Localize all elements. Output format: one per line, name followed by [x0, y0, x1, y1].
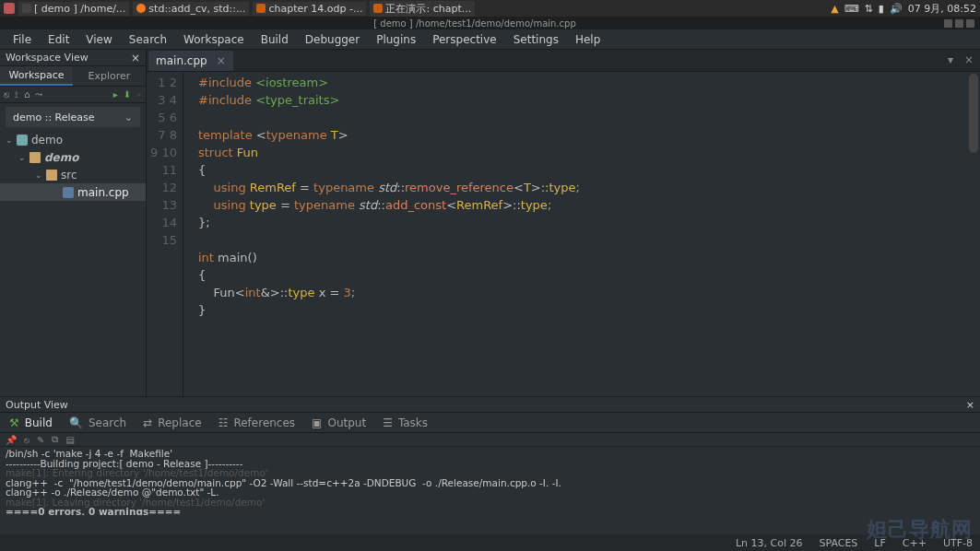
app-menu-icon[interactable] — [4, 3, 15, 14]
window-maximize[interactable] — [955, 19, 963, 28]
status-cursor-pos[interactable]: Ln 13, Col 26 — [736, 537, 803, 549]
code-editor[interactable]: 1 2 3 4 5 6 7 8 9 10 11 12 13 14 15 #inc… — [147, 72, 980, 396]
tool-build-icon[interactable]: ▸ — [113, 89, 118, 100]
tool-home-icon[interactable]: ⌂ — [24, 89, 30, 100]
tree-workspace[interactable]: ⌄demo — [0, 131, 146, 148]
menu-search[interactable]: Search — [122, 31, 174, 48]
window-close[interactable] — [966, 19, 974, 28]
search-icon: 🔍 — [69, 416, 83, 429]
tray-warning-icon[interactable]: ▲ — [831, 3, 838, 15]
tasks-icon: ☰ — [383, 416, 393, 429]
editor-tab-main[interactable]: main.cpp × — [148, 51, 233, 71]
menu-file[interactable]: File — [6, 31, 39, 48]
tree-project[interactable]: ⌄demo — [0, 148, 146, 166]
tree-folder-src[interactable]: ⌄src — [0, 166, 146, 183]
status-eol[interactable]: LF — [874, 537, 885, 549]
output-tab-search[interactable]: 🔍Search — [69, 416, 126, 429]
tool-goto-icon[interactable]: ⤳ — [35, 89, 42, 100]
window-minimize[interactable] — [944, 19, 952, 28]
menu-help[interactable]: Help — [568, 31, 608, 48]
output-tab-output[interactable]: ▣Output — [312, 416, 366, 429]
taskbar-item-1[interactable]: std::add_cv, std::... — [133, 2, 249, 16]
menu-workspace[interactable]: Workspace — [176, 31, 252, 48]
tray-clock[interactable]: 07 9月, 08:52 — [908, 2, 976, 16]
menu-plugins[interactable]: Plugins — [369, 31, 423, 48]
output-tab-build[interactable]: ⚒Build — [9, 416, 53, 429]
taskbar-item-2[interactable]: chapter 14.odp -... — [253, 2, 366, 16]
tray-network-icon[interactable]: ⇅ — [865, 3, 873, 15]
statusbar: Ln 13, Col 26 SPACES LF C++ UTF-8 — [0, 534, 980, 551]
output-title-label: Output View — [6, 399, 68, 411]
tray-keyboard-icon[interactable]: ⌨ — [844, 3, 859, 15]
editor-tab-close-icon[interactable]: × — [217, 54, 226, 67]
output-panel: Output View × ⚒Build 🔍Search ⇄Replace ☷R… — [0, 396, 980, 515]
menu-perspective[interactable]: Perspective — [425, 31, 504, 48]
code-text[interactable]: #include <iostream> #include <type_trait… — [195, 72, 980, 396]
fold-column[interactable] — [183, 72, 195, 396]
workspace-view-panel: Workspace View × Workspace Explorer ⎋ ⟟ … — [0, 50, 147, 396]
output-tab-replace[interactable]: ⇄Replace — [143, 416, 202, 429]
os-taskbar: [ demo ] /home/... std::add_cv, std::...… — [0, 0, 980, 17]
tray-battery-icon[interactable]: ▮ — [879, 3, 884, 15]
build-config-selector[interactable]: demo :: Release ⌄ — [6, 107, 140, 127]
window-titlebar: [ demo ] /home/test1/demo/demo/main.cpp — [0, 17, 980, 29]
output-toolbar: 📌 ⎋ ✎ ⧉ ▤ — [0, 433, 980, 447]
output-text[interactable]: /bin/sh -c 'make -j 4 -e -f Makefile' --… — [0, 447, 980, 515]
output-close-icon[interactable]: × — [966, 399, 974, 411]
editor-tab-menu-icon[interactable]: ▾ — [943, 53, 958, 67]
taskbar-item-3[interactable]: 正在演示: chapt... — [370, 1, 475, 17]
menubar: File Edit View Search Workspace Build De… — [0, 29, 980, 50]
menu-settings[interactable]: Settings — [506, 31, 566, 48]
tool-link-icon[interactable]: ⎋ — [4, 89, 9, 100]
tree-folder-label: src — [61, 169, 77, 182]
panel-close-icon[interactable]: × — [131, 52, 140, 64]
tool-run-icon[interactable]: ⬇ — [124, 89, 131, 100]
panel-title-label: Workspace View — [6, 52, 89, 64]
tab-workspace[interactable]: Workspace — [0, 66, 73, 86]
tree-file-label: main.cpp — [77, 186, 129, 199]
output-tab-references[interactable]: ☷References — [218, 416, 295, 429]
window-title: [ demo ] /home/test1/demo/demo/main.cpp — [373, 18, 576, 29]
out-tool-pin-icon[interactable]: 📌 — [6, 435, 17, 445]
references-icon: ☷ — [218, 416, 229, 429]
line-gutter: 1 2 3 4 5 6 7 8 9 10 11 12 13 14 15 — [147, 72, 183, 396]
hammer-icon: ⚒ — [9, 416, 19, 429]
editor-tab-label: main.cpp — [156, 54, 207, 67]
project-tree: ⌄demo ⌄demo ⌄src main.cpp — [0, 131, 146, 201]
tool-stop-icon[interactable]: ◦ — [136, 89, 142, 100]
status-lang[interactable]: C++ — [903, 537, 927, 549]
tool-collapse-icon[interactable]: ⟟ — [15, 89, 18, 100]
tab-explorer[interactable]: Explorer — [73, 66, 146, 86]
out-tool-paste-icon[interactable]: ▤ — [65, 435, 74, 445]
menu-edit[interactable]: Edit — [41, 31, 77, 48]
editor-tabstrip: main.cpp × ▾ × — [147, 50, 980, 72]
menu-debugger[interactable]: Debugger — [298, 31, 367, 48]
status-encoding[interactable]: UTF-8 — [943, 537, 973, 549]
tree-workspace-label: demo — [31, 134, 63, 147]
tray-volume-icon[interactable]: 🔊 — [890, 3, 903, 15]
editor-scrollbar[interactable] — [967, 72, 980, 396]
out-tool-clear-icon[interactable]: ✎ — [37, 435, 44, 445]
out-tool-copy-icon[interactable]: ⧉ — [52, 434, 58, 445]
menu-build[interactable]: Build — [254, 31, 296, 48]
chevron-down-icon: ⌄ — [124, 111, 133, 123]
editor-tab-closeall-icon[interactable]: × — [962, 53, 976, 67]
out-tool-link-icon[interactable]: ⎋ — [24, 435, 30, 445]
replace-icon: ⇄ — [143, 416, 152, 429]
status-indent[interactable]: SPACES — [819, 537, 857, 549]
tree-file-main[interactable]: main.cpp — [0, 183, 146, 201]
taskbar-item-0[interactable]: [ demo ] /home/... — [18, 2, 129, 16]
menu-view[interactable]: View — [78, 31, 119, 48]
terminal-icon: ▣ — [312, 416, 322, 429]
output-tab-tasks[interactable]: ☰Tasks — [383, 416, 428, 429]
tree-project-label: demo — [44, 151, 78, 164]
editor-area: main.cpp × ▾ × 1 2 3 4 5 6 7 8 9 10 11 1… — [147, 50, 980, 396]
